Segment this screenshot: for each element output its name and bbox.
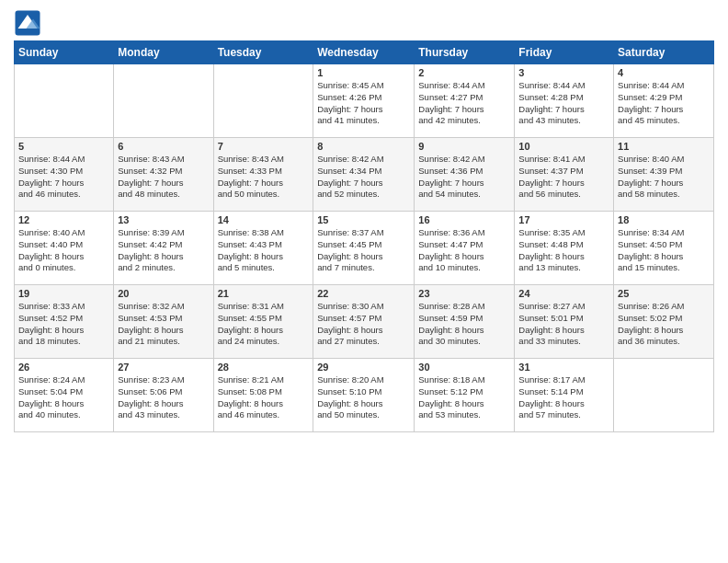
weekday-header-saturday: Saturday <box>614 41 714 64</box>
day-info: Sunrise: 8:45 AM Sunset: 4:26 PM Dayligh… <box>317 80 410 127</box>
day-number: 21 <box>218 288 310 299</box>
day-number: 28 <box>218 362 310 373</box>
calendar-cell: 23Sunrise: 8:28 AM Sunset: 4:59 PM Dayli… <box>415 285 515 359</box>
calendar-cell: 17Sunrise: 8:35 AM Sunset: 4:48 PM Dayli… <box>515 212 614 285</box>
day-number: 9 <box>418 141 510 152</box>
weekday-header-wednesday: Wednesday <box>313 41 415 64</box>
calendar-cell: 8Sunrise: 8:42 AM Sunset: 4:34 PM Daylig… <box>313 138 415 212</box>
page: SundayMondayTuesdayWednesdayThursdayFrid… <box>0 0 728 563</box>
calendar-cell: 26Sunrise: 8:24 AM Sunset: 5:04 PM Dayli… <box>15 359 114 432</box>
day-info: Sunrise: 8:44 AM Sunset: 4:27 PM Dayligh… <box>418 80 510 127</box>
logo-icon <box>14 9 41 37</box>
day-info: Sunrise: 8:35 AM Sunset: 4:48 PM Dayligh… <box>518 227 609 274</box>
day-info: Sunrise: 8:40 AM Sunset: 4:40 PM Dayligh… <box>18 227 109 274</box>
day-info: Sunrise: 8:17 AM Sunset: 5:14 PM Dayligh… <box>518 374 609 421</box>
calendar-cell: 2Sunrise: 8:44 AM Sunset: 4:27 PM Daylig… <box>415 64 515 138</box>
day-info: Sunrise: 8:39 AM Sunset: 4:42 PM Dayligh… <box>118 227 209 274</box>
calendar-cell: 15Sunrise: 8:37 AM Sunset: 4:45 PM Dayli… <box>313 212 415 285</box>
day-number: 14 <box>218 214 310 225</box>
day-number: 13 <box>118 214 209 225</box>
day-number: 19 <box>18 288 109 299</box>
day-number: 18 <box>618 214 710 225</box>
day-number: 12 <box>18 214 109 225</box>
calendar-cell: 27Sunrise: 8:23 AM Sunset: 5:06 PM Dayli… <box>114 359 213 432</box>
week-row-3: 12Sunrise: 8:40 AM Sunset: 4:40 PM Dayli… <box>15 212 714 285</box>
calendar-cell <box>614 359 714 432</box>
logo <box>14 9 45 37</box>
day-info: Sunrise: 8:44 AM Sunset: 4:30 PM Dayligh… <box>18 154 109 201</box>
calendar-cell <box>114 64 213 138</box>
day-info: Sunrise: 8:33 AM Sunset: 4:52 PM Dayligh… <box>18 301 109 348</box>
calendar-cell: 16Sunrise: 8:36 AM Sunset: 4:47 PM Dayli… <box>415 212 515 285</box>
day-info: Sunrise: 8:31 AM Sunset: 4:55 PM Dayligh… <box>218 301 310 348</box>
day-info: Sunrise: 8:28 AM Sunset: 4:59 PM Dayligh… <box>418 301 510 348</box>
day-number: 20 <box>118 288 209 299</box>
day-info: Sunrise: 8:18 AM Sunset: 5:12 PM Dayligh… <box>418 374 510 421</box>
day-number: 30 <box>418 362 510 373</box>
day-number: 26 <box>18 362 109 373</box>
calendar-cell: 3Sunrise: 8:44 AM Sunset: 4:28 PM Daylig… <box>515 64 614 138</box>
day-info: Sunrise: 8:23 AM Sunset: 5:06 PM Dayligh… <box>118 374 209 421</box>
weekday-header-friday: Friday <box>515 41 614 64</box>
calendar-cell: 1Sunrise: 8:45 AM Sunset: 4:26 PM Daylig… <box>313 64 415 138</box>
day-number: 31 <box>518 362 609 373</box>
calendar-cell: 10Sunrise: 8:41 AM Sunset: 4:37 PM Dayli… <box>515 138 614 212</box>
day-number: 25 <box>618 288 710 299</box>
day-info: Sunrise: 8:44 AM Sunset: 4:29 PM Dayligh… <box>618 80 710 127</box>
week-row-2: 5Sunrise: 8:44 AM Sunset: 4:30 PM Daylig… <box>15 138 714 212</box>
day-info: Sunrise: 8:42 AM Sunset: 4:34 PM Dayligh… <box>317 154 410 201</box>
day-info: Sunrise: 8:38 AM Sunset: 4:43 PM Dayligh… <box>218 227 310 274</box>
day-info: Sunrise: 8:40 AM Sunset: 4:39 PM Dayligh… <box>618 154 710 201</box>
header <box>14 9 714 37</box>
day-info: Sunrise: 8:27 AM Sunset: 5:01 PM Dayligh… <box>518 301 609 348</box>
day-info: Sunrise: 8:36 AM Sunset: 4:47 PM Dayligh… <box>418 227 510 274</box>
day-number: 3 <box>518 67 609 78</box>
day-info: Sunrise: 8:44 AM Sunset: 4:28 PM Dayligh… <box>518 80 609 127</box>
calendar-cell: 31Sunrise: 8:17 AM Sunset: 5:14 PM Dayli… <box>515 359 614 432</box>
calendar-cell: 14Sunrise: 8:38 AM Sunset: 4:43 PM Dayli… <box>213 212 313 285</box>
calendar: SundayMondayTuesdayWednesdayThursdayFrid… <box>14 40 714 432</box>
calendar-cell: 6Sunrise: 8:43 AM Sunset: 4:32 PM Daylig… <box>114 138 213 212</box>
day-number: 27 <box>118 362 209 373</box>
day-number: 17 <box>518 214 609 225</box>
day-number: 6 <box>118 141 209 152</box>
day-number: 22 <box>317 288 410 299</box>
day-number: 7 <box>218 141 310 152</box>
calendar-cell: 21Sunrise: 8:31 AM Sunset: 4:55 PM Dayli… <box>213 285 313 359</box>
calendar-cell: 24Sunrise: 8:27 AM Sunset: 5:01 PM Dayli… <box>515 285 614 359</box>
day-info: Sunrise: 8:43 AM Sunset: 4:33 PM Dayligh… <box>218 154 310 201</box>
weekday-header-thursday: Thursday <box>415 41 515 64</box>
day-info: Sunrise: 8:30 AM Sunset: 4:57 PM Dayligh… <box>317 301 410 348</box>
calendar-cell: 13Sunrise: 8:39 AM Sunset: 4:42 PM Dayli… <box>114 212 213 285</box>
day-number: 15 <box>317 214 410 225</box>
day-number: 1 <box>317 67 410 78</box>
calendar-cell: 18Sunrise: 8:34 AM Sunset: 4:50 PM Dayli… <box>614 212 714 285</box>
calendar-cell <box>15 64 114 138</box>
week-row-5: 26Sunrise: 8:24 AM Sunset: 5:04 PM Dayli… <box>15 359 714 432</box>
day-number: 4 <box>618 67 710 78</box>
calendar-cell: 4Sunrise: 8:44 AM Sunset: 4:29 PM Daylig… <box>614 64 714 138</box>
weekday-header-sunday: Sunday <box>15 41 114 64</box>
day-number: 24 <box>518 288 609 299</box>
day-info: Sunrise: 8:26 AM Sunset: 5:02 PM Dayligh… <box>618 301 710 348</box>
calendar-cell: 7Sunrise: 8:43 AM Sunset: 4:33 PM Daylig… <box>213 138 313 212</box>
day-number: 2 <box>418 67 510 78</box>
calendar-cell: 28Sunrise: 8:21 AM Sunset: 5:08 PM Dayli… <box>213 359 313 432</box>
day-info: Sunrise: 8:37 AM Sunset: 4:45 PM Dayligh… <box>317 227 410 274</box>
day-info: Sunrise: 8:41 AM Sunset: 4:37 PM Dayligh… <box>518 154 609 201</box>
calendar-cell: 9Sunrise: 8:42 AM Sunset: 4:36 PM Daylig… <box>415 138 515 212</box>
day-info: Sunrise: 8:34 AM Sunset: 4:50 PM Dayligh… <box>618 227 710 274</box>
day-info: Sunrise: 8:21 AM Sunset: 5:08 PM Dayligh… <box>218 374 310 421</box>
weekday-header-row: SundayMondayTuesdayWednesdayThursdayFrid… <box>15 41 714 64</box>
calendar-cell: 5Sunrise: 8:44 AM Sunset: 4:30 PM Daylig… <box>15 138 114 212</box>
calendar-cell: 12Sunrise: 8:40 AM Sunset: 4:40 PM Dayli… <box>15 212 114 285</box>
day-number: 23 <box>418 288 510 299</box>
day-info: Sunrise: 8:32 AM Sunset: 4:53 PM Dayligh… <box>118 301 209 348</box>
calendar-cell: 25Sunrise: 8:26 AM Sunset: 5:02 PM Dayli… <box>614 285 714 359</box>
day-info: Sunrise: 8:42 AM Sunset: 4:36 PM Dayligh… <box>418 154 510 201</box>
day-number: 5 <box>18 141 109 152</box>
calendar-cell: 30Sunrise: 8:18 AM Sunset: 5:12 PM Dayli… <box>415 359 515 432</box>
calendar-cell: 11Sunrise: 8:40 AM Sunset: 4:39 PM Dayli… <box>614 138 714 212</box>
day-number: 16 <box>418 214 510 225</box>
week-row-4: 19Sunrise: 8:33 AM Sunset: 4:52 PM Dayli… <box>15 285 714 359</box>
